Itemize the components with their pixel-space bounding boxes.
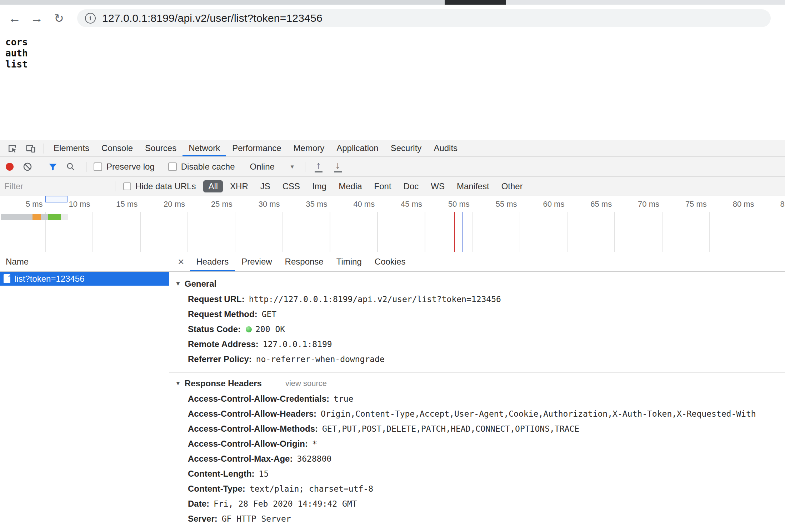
general-section-header[interactable]: ▼ General bbox=[169, 276, 785, 292]
reload-icon[interactable]: ↻ bbox=[49, 9, 69, 28]
tab-timing[interactable]: Timing bbox=[330, 252, 368, 271]
search-icon[interactable] bbox=[65, 161, 77, 173]
header-value: http://127.0.0.1:8199/api.v2/user/list?t… bbox=[249, 295, 501, 304]
throttling-dropdown[interactable]: Online ▼ bbox=[250, 162, 295, 172]
header-row: Access-Control-Allow-Origin:* bbox=[169, 436, 785, 451]
header-row: Access-Control-Allow-Credentials:true bbox=[169, 391, 785, 406]
filter-chip-xhr[interactable]: XHR bbox=[225, 180, 253, 192]
disable-cache-checkbox[interactable] bbox=[168, 162, 177, 171]
timeline-label: 25 ms bbox=[182, 200, 232, 209]
clear-icon[interactable] bbox=[21, 161, 34, 173]
header-row: Access-Control-Allow-Methods:GET,PUT,POS… bbox=[169, 421, 785, 436]
import-har-icon[interactable]: ↑ bbox=[312, 161, 325, 173]
forward-icon[interactable]: → bbox=[27, 9, 46, 28]
filter-chip-manifest[interactable]: Manifest bbox=[452, 180, 494, 192]
device-toolbar-icon[interactable] bbox=[21, 140, 40, 156]
header-value: GET bbox=[262, 310, 277, 319]
tab-response[interactable]: Response bbox=[279, 252, 330, 271]
page-text-line: list bbox=[5, 59, 785, 70]
header-row: Access-Control-Max-Age:3628800 bbox=[169, 451, 785, 466]
overview-segment bbox=[32, 214, 41, 220]
close-icon[interactable]: × bbox=[172, 256, 190, 268]
address-bar[interactable]: i 127.0.0.1:8199/api.v2/user/list?token=… bbox=[77, 9, 771, 27]
name-column-header[interactable]: Name bbox=[0, 252, 169, 272]
filter-chip-all[interactable]: All bbox=[203, 180, 223, 192]
filter-input[interactable] bbox=[4, 181, 111, 191]
timeline-label: 15 ms bbox=[88, 200, 138, 209]
timeline-axis: 5 ms10 ms15 ms20 ms25 ms30 ms35 ms40 ms4… bbox=[0, 196, 785, 212]
response-headers-section: ▼ Response Headers view source Access-Co… bbox=[169, 372, 785, 532]
divider bbox=[86, 162, 86, 172]
preserve-log-checkbox[interactable] bbox=[94, 162, 102, 171]
header-value: 15 bbox=[259, 469, 269, 478]
filter-chip-ws[interactable]: WS bbox=[426, 180, 450, 192]
disable-cache-label: Disable cache bbox=[181, 162, 235, 172]
header-value: text/plain; charset=utf-8 bbox=[250, 484, 373, 493]
filter-funnel-icon[interactable] bbox=[47, 161, 59, 173]
filter-chip-img[interactable]: Img bbox=[307, 180, 331, 192]
tab-preview[interactable]: Preview bbox=[235, 252, 278, 271]
tab-network[interactable]: Network bbox=[182, 140, 226, 156]
header-label: Server: bbox=[188, 514, 218, 523]
filter-chip-other[interactable]: Other bbox=[496, 180, 528, 192]
filter-chip-doc[interactable]: Doc bbox=[399, 180, 424, 192]
status-ok-icon bbox=[246, 326, 252, 332]
header-value: GET,PUT,POST,DELETE,PATCH,HEAD,CONNECT,O… bbox=[322, 424, 579, 433]
details-pane: × Headers Preview Response Timing Cookie… bbox=[169, 252, 785, 532]
timeline-label: 75 ms bbox=[657, 200, 707, 209]
header-label: Referrer Policy: bbox=[188, 354, 252, 364]
header-row: Date:Fri, 28 Feb 2020 14:49:42 GMT bbox=[169, 496, 785, 511]
disclosure-triangle-icon[interactable]: ▼ bbox=[175, 280, 181, 287]
header-label: Request URL: bbox=[188, 294, 245, 304]
filter-chip-font[interactable]: Font bbox=[369, 180, 396, 192]
load-event-line bbox=[454, 212, 455, 252]
hide-data-urls-label: Hide data URLs bbox=[135, 181, 196, 191]
tab-headers[interactable]: Headers bbox=[190, 252, 235, 271]
timeline-label: 65 ms bbox=[562, 200, 612, 209]
filter-chip-css[interactable]: CSS bbox=[278, 180, 305, 192]
tab-performance[interactable]: Performance bbox=[226, 140, 287, 156]
view-source-link[interactable]: view source bbox=[285, 379, 327, 388]
divider bbox=[115, 181, 115, 191]
tab-security[interactable]: Security bbox=[385, 140, 428, 156]
devtools-tab-bar: Elements Console Sources Network Perform… bbox=[0, 140, 785, 157]
response-headers-section-header[interactable]: ▼ Response Headers view source bbox=[169, 376, 785, 391]
domcontentloaded-event-line bbox=[462, 212, 462, 252]
overview-selection-window[interactable] bbox=[45, 196, 68, 202]
preserve-log-label: Preserve log bbox=[106, 162, 155, 172]
header-label: Access-Control-Max-Age: bbox=[188, 454, 292, 463]
tab-sources[interactable]: Sources bbox=[139, 140, 182, 156]
tab-memory[interactable]: Memory bbox=[288, 140, 331, 156]
tab-application[interactable]: Application bbox=[330, 140, 384, 156]
tab-console[interactable]: Console bbox=[95, 140, 139, 156]
filter-chip-media[interactable]: Media bbox=[334, 180, 367, 192]
header-value: 127.0.0.1:8199 bbox=[263, 340, 332, 349]
browser-tab[interactable] bbox=[445, 0, 506, 5]
inspect-element-icon[interactable] bbox=[3, 140, 21, 156]
back-icon[interactable]: ← bbox=[5, 9, 24, 28]
info-icon[interactable]: i bbox=[85, 13, 96, 24]
header-label: Content-Length: bbox=[188, 469, 255, 478]
request-name: list?token=123456 bbox=[15, 274, 85, 284]
tab-elements[interactable]: Elements bbox=[48, 140, 95, 156]
record-button[interactable] bbox=[6, 163, 14, 171]
network-timeline[interactable]: 5 ms10 ms15 ms20 ms25 ms30 ms35 ms40 ms4… bbox=[0, 196, 785, 252]
hide-data-urls-checkbox[interactable] bbox=[123, 182, 131, 190]
export-har-icon[interactable]: ↓ bbox=[332, 161, 344, 173]
request-row[interactable]: list?token=123456 bbox=[0, 272, 169, 286]
header-label: Access-Control-Allow-Headers: bbox=[188, 409, 316, 418]
waterfall-overview-bar[interactable] bbox=[1, 214, 68, 220]
timeline-label: 80 ms bbox=[704, 200, 754, 209]
url-text[interactable]: 127.0.0.1:8199/api.v2/user/list?token=12… bbox=[102, 12, 322, 24]
header-value: Origin,Content-Type,Accept,User-Agent,Co… bbox=[321, 409, 756, 418]
timeline-label: 30 ms bbox=[230, 200, 280, 209]
filter-chip-js[interactable]: JS bbox=[255, 180, 275, 192]
chevron-down-icon: ▼ bbox=[290, 164, 295, 170]
header-row: Request Method:GET bbox=[169, 307, 785, 322]
network-toolbar: Preserve log Disable cache Online ▼ ↑ ↓ bbox=[0, 157, 785, 177]
header-value: 3628800 bbox=[297, 454, 331, 463]
tab-cookies[interactable]: Cookies bbox=[368, 252, 412, 271]
document-icon bbox=[4, 274, 10, 283]
disclosure-triangle-icon[interactable]: ▼ bbox=[175, 380, 181, 387]
tab-audits[interactable]: Audits bbox=[428, 140, 464, 156]
